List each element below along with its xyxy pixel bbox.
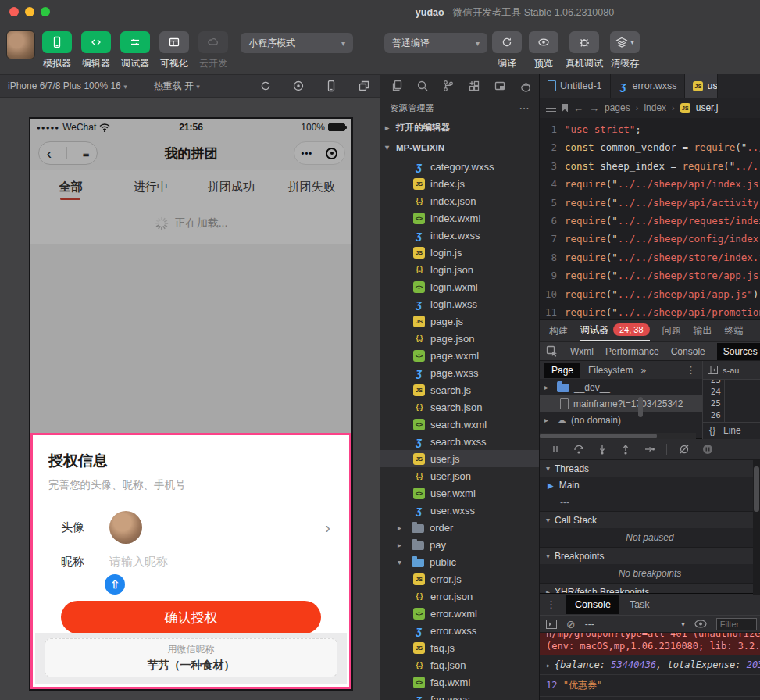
wechat-nickname-suggestion[interactable]: 用微信昵称 芋艿（一种食材）	[45, 638, 337, 677]
tree-item-page.js[interactable]: JSpage.js	[380, 312, 539, 330]
inspect-element-icon[interactable]	[546, 345, 558, 358]
sources-tab-Filesystem[interactable]: Filesystem	[588, 365, 633, 376]
vertical-scrollbar-thumb[interactable]	[638, 397, 643, 417]
tree-item-faq.wxss[interactable]: ʒfaq.wxss	[380, 691, 539, 700]
action-button-清缓存[interactable]: ▾清缓存	[610, 31, 640, 70]
editor-tab-user.js[interactable]: JSuser.js	[685, 74, 718, 98]
tree-item-error.js[interactable]: JSerror.js	[380, 570, 539, 588]
devtools-tab-Console[interactable]: Console	[671, 346, 705, 357]
source-file-tab[interactable]: s-au	[723, 366, 739, 375]
tree-item-pay[interactable]: ▸pay	[380, 536, 539, 553]
expand-icon[interactable]: ▸	[546, 661, 551, 670]
code-area[interactable]: 1"use strict";2const common_vendor = req…	[540, 118, 760, 319]
action-button-真机调试[interactable]: 真机调试	[566, 31, 603, 70]
multi-window-icon[interactable]	[358, 80, 370, 92]
tree-item-index.json[interactable]: {..}index.json	[380, 192, 539, 209]
toolbar-button-云开发[interactable]: 云开发	[198, 31, 228, 70]
breadcrumb-index[interactable]: index	[644, 102, 666, 113]
close-window-button[interactable]	[9, 7, 19, 16]
tree-item-search.wxss[interactable]: ʒsearch.wxss	[380, 433, 539, 450]
teapot-icon[interactable]	[519, 80, 532, 92]
console-sidebar-icon[interactable]	[546, 620, 557, 629]
user-avatar[interactable]	[6, 30, 35, 59]
secure-input-icon[interactable]: ⇧	[105, 574, 125, 595]
panel-tab-输出[interactable]: 输出	[694, 320, 712, 341]
devtools-tab-Wxml[interactable]: Wxml	[570, 346, 594, 357]
tree-item-category.wxss[interactable]: ʒcategory.wxss	[380, 158, 539, 175]
tree-item-login.js[interactable]: JSlogin.js	[380, 244, 539, 261]
sources-tab-Page[interactable]: Page	[544, 362, 580, 378]
tree-item-public[interactable]: ▾public	[380, 553, 539, 570]
tree-item-login.wxss[interactable]: ʒlogin.wxss	[380, 295, 539, 312]
toolbar-button-可视化[interactable]: 可视化	[159, 31, 189, 70]
navigate-back-icon[interactable]: ←	[573, 102, 583, 114]
debug-scrollbar[interactable]	[753, 460, 760, 595]
tree-item-page.wxml[interactable]: <>page.wxml	[380, 347, 539, 364]
panel-tab-调试器[interactable]: 调试器24, 38	[580, 320, 650, 341]
tree-item-user.json[interactable]: {..}user.json	[380, 467, 539, 484]
section-mp-weixin[interactable]: ▾ MP-WEIXIN	[380, 138, 539, 157]
tree-item-error.json[interactable]: {..}error.json	[380, 588, 539, 605]
callstack-section-header[interactable]: ▾ Call Stack	[540, 511, 760, 528]
xhr-breakpoints-section-header[interactable]: ▸ XHR/fetch Breakpoints	[540, 583, 760, 593]
search-icon[interactable]	[416, 80, 429, 92]
device-select[interactable]: iPhone 6/7/8 Plus 100% 16 ▾	[8, 80, 127, 91]
minimize-window-button[interactable]	[25, 7, 34, 16]
more-tools-icon[interactable]: ⋮	[546, 598, 556, 610]
step-forward-icon[interactable]	[643, 443, 655, 455]
device-icon[interactable]	[325, 80, 337, 92]
pause-on-exceptions-icon[interactable]	[701, 443, 714, 455]
braces-icon[interactable]: {}	[709, 425, 715, 436]
tree-item-mainframe[interactable]: mainframe?t=1703425342	[540, 395, 702, 412]
tree-item-faq.js[interactable]: JSfaq.js	[380, 639, 539, 656]
editor-tab-Untitled-1[interactable]: Untitled-1	[540, 74, 611, 98]
breadcrumb-file[interactable]: user.j	[696, 102, 719, 113]
tree-item-user.wxml[interactable]: <>user.wxml	[380, 484, 539, 502]
console-filter-input[interactable]	[716, 618, 757, 630]
files-icon[interactable]	[391, 80, 403, 92]
console-context-select[interactable]: --- ▾	[585, 619, 685, 630]
tree-item-login.wxml[interactable]: <>login.wxml	[380, 278, 539, 295]
request-link[interactable]: h/mp/groupon?type=all	[546, 633, 665, 639]
tree-item-no-domain[interactable]: ▸ ☁ (no domain)	[540, 412, 702, 428]
tree-item-user.wxss[interactable]: ʒuser.wxss	[380, 502, 539, 519]
step-over-icon[interactable]	[573, 443, 585, 455]
compile-mode-select[interactable]: 普通编译 ▾	[384, 33, 487, 53]
tree-item-index.wxss[interactable]: ʒindex.wxss	[380, 227, 539, 244]
tree-item-page.wxss[interactable]: ʒpage.wxss	[380, 364, 539, 381]
threads-section-header[interactable]: ▾ Threads	[540, 459, 760, 477]
editor-tab-error.wxss[interactable]: ʒerror.wxss	[611, 74, 686, 98]
outline-icon[interactable]	[546, 105, 556, 112]
git-branch-icon[interactable]	[442, 80, 455, 92]
tree-item-error.wxss[interactable]: ʒerror.wxss	[380, 622, 539, 639]
tree-item-faq.wxml[interactable]: <>faq.wxml	[380, 673, 539, 691]
rotate-icon[interactable]	[259, 80, 272, 92]
nickname-input[interactable]: 请输入昵称	[109, 555, 168, 570]
breakpoints-section-header[interactable]: ▾ Breakpoints	[540, 547, 760, 564]
bookmark-icon[interactable]	[562, 104, 568, 112]
thread-main-row[interactable]: ▶ Main	[540, 477, 760, 494]
toolbar-button-调试器[interactable]: 调试器	[120, 31, 150, 70]
tab-task[interactable]: Task	[630, 599, 650, 610]
tree-item-order[interactable]: ▸order	[380, 519, 539, 536]
pause-icon[interactable]	[549, 443, 562, 455]
deactivate-breakpoints-icon[interactable]	[678, 443, 690, 455]
devtools-tab-Performance[interactable]: Performance	[605, 346, 659, 357]
action-button-预览[interactable]: 预览	[529, 31, 558, 70]
user-avatar-preview[interactable]	[109, 511, 142, 544]
tab-console[interactable]: Console	[566, 595, 619, 614]
avatar-row[interactable]: 头像 ›	[48, 511, 334, 544]
tree-item-user.js[interactable]: JSuser.js	[380, 450, 539, 467]
panel-tab-构建[interactable]: 构建	[549, 320, 568, 341]
hot-reload-toggle[interactable]: 热重载 开 ▾	[154, 80, 200, 93]
clear-console-icon[interactable]: ⊘	[566, 618, 576, 630]
section-open-editors[interactable]: ▸ 打开的编辑器	[380, 118, 539, 138]
tree-item-index.js[interactable]: JSindex.js	[380, 175, 539, 192]
step-into-icon[interactable]	[596, 443, 608, 455]
navigate-forward-icon[interactable]: →	[589, 102, 599, 114]
toolbar-button-模拟器[interactable]: 模拟器	[42, 31, 72, 70]
mode-select[interactable]: 小程序模式 ▾	[241, 33, 353, 53]
zoom-window-button[interactable]	[41, 7, 50, 16]
console-log-object[interactable]: ▸{balance: 53440436, totalExpense: 203	[540, 655, 760, 675]
toolbar-button-编辑器[interactable]: 编辑器	[81, 31, 111, 70]
